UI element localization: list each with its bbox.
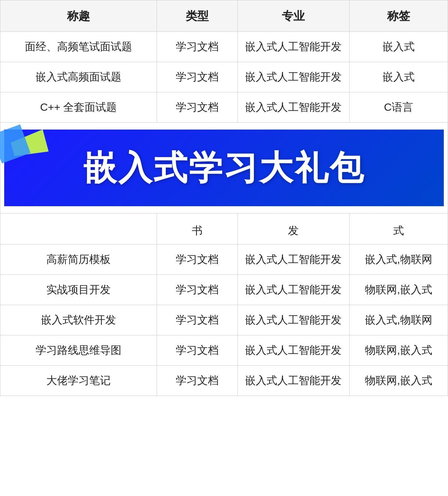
table-row: 实战项目开发 学习文档 嵌入式人工智能开发 物联网,嵌入式 xyxy=(0,275,448,305)
partial-cell-type: 书 xyxy=(157,214,237,245)
header-major: 专业 xyxy=(237,0,349,32)
table-row: 大佬学习笔记 学习文档 嵌入式人工智能开发 物联网,嵌入式 xyxy=(0,366,448,396)
table-row: 学习路线思维导图 学习文档 嵌入式人工智能开发 物联网,嵌入式 xyxy=(0,335,448,366)
cell-type: 学习文档 xyxy=(157,92,237,123)
cell-tag: 物联网,嵌入式 xyxy=(349,366,448,396)
cell-type: 学习文档 xyxy=(157,245,237,275)
cell-major: 嵌入式人工智能开发 xyxy=(237,92,349,123)
cell-name: 嵌入式软件开发 xyxy=(0,305,157,335)
cell-name: 嵌入式高频面试题 xyxy=(0,62,157,92)
cell-name: 实战项目开发 xyxy=(0,275,157,305)
table-row: 高薪简历模板 学习文档 嵌入式人工智能开发 嵌入式,物联网 xyxy=(0,245,448,275)
cell-tag: C语言 xyxy=(349,92,448,123)
table-row: 嵌入式高频面试题 学习文档 嵌入式人工智能开发 嵌入式 xyxy=(0,62,448,92)
table-row: C++ 全套面试题 学习文档 嵌入式人工智能开发 C语言 xyxy=(0,92,448,123)
partial-row: 书 发 式 xyxy=(0,214,448,245)
content-table: 称趣 类型 专业 称签 面经、高频笔试面试题 学习文档 嵌入式人工智能开发 嵌入… xyxy=(0,0,448,396)
banner-text: 嵌入式学习大礼包 xyxy=(83,143,365,193)
header-type: 类型 xyxy=(157,0,237,32)
banner-row: 嵌入式学习大礼包 xyxy=(0,123,448,214)
cell-tag: 嵌入式 xyxy=(349,62,448,92)
table-row: 嵌入式软件开发 学习文档 嵌入式人工智能开发 嵌入式,物联网 xyxy=(0,305,448,335)
table-header-row: 称趣 类型 专业 称签 xyxy=(0,0,448,32)
partial-cell-major: 发 xyxy=(237,214,349,245)
cell-name: 学习路线思维导图 xyxy=(0,335,157,366)
cell-type: 学习文档 xyxy=(157,62,237,92)
cell-major: 嵌入式人工智能开发 xyxy=(237,275,349,305)
table-row: 面经、高频笔试面试题 学习文档 嵌入式人工智能开发 嵌入式 xyxy=(0,32,448,62)
cell-tag: 嵌入式,物联网 xyxy=(349,305,448,335)
cell-major: 嵌入式人工智能开发 xyxy=(237,366,349,396)
cell-type: 学习文档 xyxy=(157,305,237,335)
banner-background: 嵌入式学习大礼包 xyxy=(4,130,444,206)
cell-name: C++ 全套面试题 xyxy=(0,92,157,123)
partial-cell-name xyxy=(0,214,157,245)
cell-major: 嵌入式人工智能开发 xyxy=(237,32,349,62)
cell-major: 嵌入式人工智能开发 xyxy=(237,335,349,366)
cell-major: 嵌入式人工智能开发 xyxy=(237,245,349,275)
cell-major: 嵌入式人工智能开发 xyxy=(237,305,349,335)
main-table-wrapper: 称趣 类型 专业 称签 面经、高频笔试面试题 学习文档 嵌入式人工智能开发 嵌入… xyxy=(0,0,448,396)
cell-type: 学习文档 xyxy=(157,275,237,305)
header-name: 称趣 xyxy=(0,0,157,32)
cell-name: 大佬学习笔记 xyxy=(0,366,157,396)
cell-major: 嵌入式人工智能开发 xyxy=(237,62,349,92)
cell-tag: 嵌入式 xyxy=(349,32,448,62)
partial-cell-tag: 式 xyxy=(349,214,448,245)
cell-type: 学习文档 xyxy=(157,335,237,366)
cell-tag: 嵌入式,物联网 xyxy=(349,245,448,275)
cell-name: 面经、高频笔试面试题 xyxy=(0,32,157,62)
cell-tag: 物联网,嵌入式 xyxy=(349,275,448,305)
cell-name: 高薪简历模板 xyxy=(0,245,157,275)
cell-tag: 物联网,嵌入式 xyxy=(349,335,448,366)
header-tag: 称签 xyxy=(349,0,448,32)
cell-type: 学习文档 xyxy=(157,32,237,62)
cell-type: 学习文档 xyxy=(157,366,237,396)
banner-cell: 嵌入式学习大礼包 xyxy=(0,123,448,214)
